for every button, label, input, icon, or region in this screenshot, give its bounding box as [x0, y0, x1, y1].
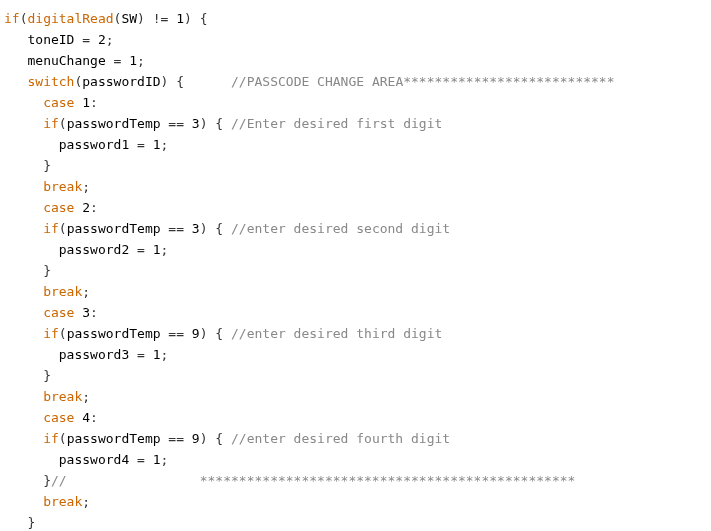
semicolon: ; [161, 242, 169, 257]
code-line: if(passwordTemp == 9) { //enter desired … [4, 326, 442, 341]
number: 1 [82, 95, 90, 110]
identifier: passwordTemp [67, 431, 161, 446]
keyword-break: break [43, 179, 82, 194]
operator: == [161, 116, 192, 131]
padding [184, 74, 231, 89]
keyword-break: break [43, 389, 82, 404]
indent [4, 431, 43, 446]
indent [4, 305, 43, 320]
keyword-switch: switch [27, 74, 74, 89]
code-line: case 1: [4, 95, 98, 110]
operator: == [161, 221, 192, 236]
operator: = [106, 53, 129, 68]
brace-close: } [43, 368, 51, 383]
code-line: } [4, 263, 51, 278]
code-line: case 3: [4, 305, 98, 320]
keyword-case: case [43, 200, 82, 215]
indent [4, 368, 43, 383]
code-line: menuChange = 1; [4, 53, 145, 68]
code-line: }// ************************************… [4, 473, 575, 488]
identifier: password3 [59, 347, 129, 362]
code-line: if(passwordTemp == 3) { //Enter desired … [4, 116, 442, 131]
code-line: password3 = 1; [4, 347, 168, 362]
comment: //enter desired second digit [231, 221, 450, 236]
colon: : [90, 305, 98, 320]
operator: != [145, 11, 176, 26]
indent [4, 452, 59, 467]
number: 2 [98, 32, 106, 47]
identifier: password1 [59, 137, 129, 152]
indent [4, 137, 59, 152]
brace-close: } [43, 158, 51, 173]
indent [4, 116, 43, 131]
number: 1 [153, 242, 161, 257]
padding [67, 473, 200, 488]
number: 3 [192, 221, 200, 236]
keyword-if: if [43, 221, 59, 236]
identifier: passwordTemp [67, 221, 161, 236]
operator: = [129, 347, 152, 362]
indent [4, 242, 59, 257]
indent [4, 32, 27, 47]
indent [4, 74, 27, 89]
punct: ) { [161, 74, 184, 89]
indent [4, 326, 43, 341]
brace-close: } [43, 263, 51, 278]
keyword-case: case [43, 410, 82, 425]
semicolon: ; [82, 284, 90, 299]
code-line: break; [4, 494, 90, 509]
comment: //PASSCODE CHANGE AREA******************… [231, 74, 615, 89]
semicolon: ; [82, 179, 90, 194]
comment: //enter desired fourth digit [231, 431, 450, 446]
paren-open: ( [59, 116, 67, 131]
code-line: } [4, 368, 51, 383]
indent [4, 221, 43, 236]
identifier: passwordTemp [67, 326, 161, 341]
indent [4, 263, 43, 278]
indent [4, 284, 43, 299]
number: 9 [192, 431, 200, 446]
indent [4, 53, 27, 68]
semicolon: ; [82, 494, 90, 509]
indent [4, 515, 27, 530]
paren-close: ) [137, 11, 145, 26]
indent [4, 389, 43, 404]
code-line: password2 = 1; [4, 242, 168, 257]
paren-open: ( [59, 431, 67, 446]
number: 4 [82, 410, 90, 425]
code-line: } [4, 158, 51, 173]
code-line: break; [4, 179, 90, 194]
colon: : [90, 95, 98, 110]
indent [4, 200, 43, 215]
semicolon: ; [161, 137, 169, 152]
semicolon: ; [161, 347, 169, 362]
operator: = [129, 452, 152, 467]
operator: = [129, 137, 152, 152]
comment: //Enter desired first digit [231, 116, 442, 131]
brace-close: } [43, 473, 51, 488]
punct: ) { [200, 221, 231, 236]
keyword-case: case [43, 95, 82, 110]
punct: ) { [200, 431, 231, 446]
brace-close: } [27, 515, 35, 530]
punct: ) { [200, 326, 231, 341]
keyword-break: break [43, 284, 82, 299]
number: 9 [192, 326, 200, 341]
identifier: menuChange [27, 53, 105, 68]
code-line: toneID = 2; [4, 32, 114, 47]
keyword-if: if [43, 116, 59, 131]
indent [4, 95, 43, 110]
number: 1 [129, 53, 137, 68]
code-line: break; [4, 284, 90, 299]
indent [4, 494, 43, 509]
keyword-if: if [4, 11, 20, 26]
colon: : [90, 200, 98, 215]
number: 1 [176, 11, 184, 26]
number: 3 [192, 116, 200, 131]
code-block: if(digitalRead(SW) != 1) { toneID = 2; m… [0, 0, 711, 531]
semicolon: ; [137, 53, 145, 68]
code-line: case 2: [4, 200, 98, 215]
keyword-if: if [43, 431, 59, 446]
identifier: password4 [59, 452, 129, 467]
punct: ) { [184, 11, 207, 26]
